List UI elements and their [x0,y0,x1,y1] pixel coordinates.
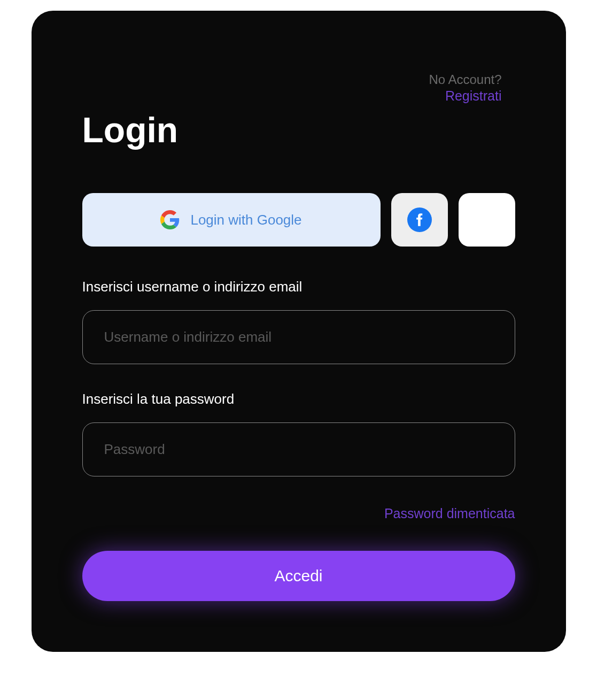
username-label: Inserisci username o indirizzo email [82,279,515,295]
social-login-row: Login with Google [82,193,515,247]
username-field-group: Inserisci username o indirizzo email [82,279,515,364]
password-input[interactable] [82,422,515,476]
google-button-label: Login with Google [190,212,301,228]
apple-login-button[interactable] [459,193,515,247]
facebook-icon [407,207,432,232]
no-account-text: No Account? [429,72,501,87]
register-link[interactable]: Registrati [445,88,502,103]
submit-button[interactable]: Accedi [82,551,515,601]
facebook-login-button[interactable] [391,193,448,247]
forgot-password-link[interactable]: Password dimenticata [384,506,515,521]
page-title: Login [82,110,515,150]
login-card: No Account? Registrati Login Login with … [32,11,566,652]
google-login-button[interactable]: Login with Google [82,193,381,247]
username-input[interactable] [82,310,515,364]
password-field-group: Inserisci la tua password [82,391,515,476]
forgot-password-section: Password dimenticata [82,506,515,521]
google-icon [160,210,180,229]
password-label: Inserisci la tua password [82,391,515,407]
apple-icon [472,205,502,235]
register-section: No Account? Registrati [429,72,501,104]
